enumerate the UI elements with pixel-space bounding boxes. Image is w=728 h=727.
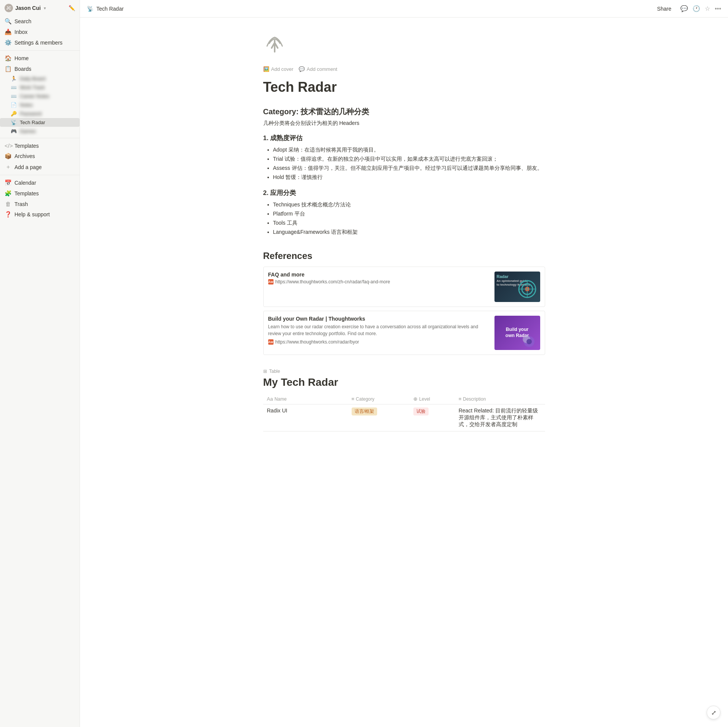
list-item: Platform 平台 xyxy=(273,209,545,219)
trash-icon: 🗑 xyxy=(5,201,11,207)
radar-icon: 📡 xyxy=(11,120,17,125)
reference-card-desc-2: Learn how to use our radar creation exer… xyxy=(268,323,490,337)
maturity-list: Adopt 采纳：在适当时候将其用于我的项目。 Trial 试验：值得追求。在新… xyxy=(263,145,545,182)
comment-small-icon: 💬 xyxy=(299,66,305,72)
reference-card-title: FAQ and more xyxy=(268,272,490,278)
topbar-breadcrumb: 📡 Tech Radar xyxy=(87,6,124,12)
reference-card-1[interactable]: FAQ and more Aw https://www.thoughtworks… xyxy=(263,267,545,307)
sidebar-sub-daily-board[interactable]: 🏃 Daily Board xyxy=(0,74,80,83)
key-icon: 🔑 xyxy=(11,111,17,117)
sidebar-item-boards[interactable]: 📋 Boards xyxy=(0,64,80,74)
topbar-page-icon: 📡 xyxy=(87,6,93,12)
gamepad-icon: 🎮 xyxy=(11,128,17,134)
user-menu[interactable]: JC Jason Cui ▾ xyxy=(5,4,46,12)
keyboard-icon: ⌨️ xyxy=(11,85,17,90)
sidebar-sub-work-track[interactable]: ⌨️ Work Track xyxy=(0,83,80,92)
image-icon: 🖼️ xyxy=(263,66,269,72)
sidebar-sub-notes[interactable]: 📄 Notes xyxy=(0,101,80,109)
cell-category: 语言/框架 xyxy=(348,404,410,431)
reference-card-2[interactable]: Build your Own Radar | Thoughtworks Lear… xyxy=(263,311,545,355)
sidebar-item-trash[interactable]: 🗑 Trash xyxy=(0,199,80,209)
main-content: 📡 Tech Radar Share 💬 🕐 ☆ ••• xyxy=(80,0,728,727)
help-icon: ❓ xyxy=(5,211,11,218)
sidebar-item-inbox[interactable]: 📥 Inbox xyxy=(0,27,80,37)
cell-name: Radix UI xyxy=(263,404,348,431)
favicon2-icon: Aw xyxy=(268,339,274,345)
history-icon[interactable]: 🕐 xyxy=(693,5,700,12)
keyboard2-icon: ⌨️ xyxy=(11,93,17,99)
sidebar-header[interactable]: JC Jason Cui ▾ ✏️ xyxy=(0,0,80,16)
plus-icon: ＋ xyxy=(5,163,11,171)
section-category-subtitle: 几种分类将会分别设计为相关的 Headers xyxy=(263,120,545,127)
reference-card-body-2: Build your Own Radar | Thoughtworks Lear… xyxy=(268,316,494,350)
sidebar-sub-password[interactable]: 🔑 Password xyxy=(0,109,80,118)
topbar-page-title: Tech Radar xyxy=(96,6,124,12)
list-item: Techniques 技术概念概念/方法论 xyxy=(273,200,545,209)
sidebar-item-templates[interactable]: 🧩 Templates xyxy=(0,188,80,199)
data-table: AaName ≡Category ⊕Level ≡Description Rad… xyxy=(263,394,545,431)
table-section: ⊞ Table My Tech Radar AaName ≡Category ⊕… xyxy=(263,369,545,431)
sidebar-item-add-page[interactable]: ＋ Add a page xyxy=(0,161,80,173)
edit-icon[interactable]: ✏️ xyxy=(69,5,75,11)
level-badge: 试验 xyxy=(413,407,429,415)
table-row: Radix UI 语言/框架 试验 React Related: 目前流行的轻量… xyxy=(263,404,545,431)
list-item: Hold 暂缓：谨慎推行 xyxy=(273,173,545,182)
user-name: Jason Cui xyxy=(15,5,41,11)
star-icon[interactable]: ☆ xyxy=(705,5,710,12)
doc-icon: 📄 xyxy=(11,102,17,108)
expand-icon: ⤢ xyxy=(711,709,716,716)
table-label: Table xyxy=(269,369,280,374)
reference-card-title-2: Build your Own Radar | Thoughtworks xyxy=(268,316,490,322)
col-header-level: ⊕Level xyxy=(410,394,454,404)
divider2 xyxy=(0,138,80,138)
home-icon: 🏠 xyxy=(5,55,11,62)
sidebar-sub-games[interactable]: 🎮 Games xyxy=(0,127,80,136)
reference-card-url: Aw https://www.thoughtworks.com/zh-cn/ra… xyxy=(268,279,490,284)
table-title: My Tech Radar xyxy=(263,376,545,388)
page-title: Tech Radar xyxy=(263,79,545,95)
section-category-heading: Category: 技术雷达的几种分类 xyxy=(263,107,545,117)
sidebar-item-help[interactable]: ❓ Help & support xyxy=(0,209,80,220)
sidebar-item-archives[interactable]: 📦 Archives xyxy=(0,151,80,161)
list-item: Language&Frameworks 语言和框架 xyxy=(273,228,545,237)
comment-icon[interactable]: 💬 xyxy=(680,5,688,12)
page-icon xyxy=(263,33,545,60)
sidebar-item-home[interactable]: 🏠 Home xyxy=(0,53,80,64)
topbar: 📡 Tech Radar Share 💬 🕐 ☆ ••• xyxy=(80,0,728,18)
sidebar-item-search[interactable]: 🔍 Search xyxy=(0,16,80,27)
sidebar-item-settings[interactable]: ⚙️ Settings & members xyxy=(0,37,80,48)
topbar-actions: Share 💬 🕐 ☆ ••• xyxy=(653,4,721,13)
reference-card-preview: Radar An opinionated guideto technology … xyxy=(494,272,540,302)
sidebar-item-templates-code[interactable]: </> Templates xyxy=(0,141,80,151)
inbox-icon: 📥 xyxy=(5,29,11,35)
list-item: Adopt 采纳：在适当时候将其用于我的项目。 xyxy=(273,145,545,155)
list-item: Assess 评估：值得学习，关注。但不能立刻应用于生产项目中。经过学习后可以通… xyxy=(273,164,545,173)
sidebar-item-calendar[interactable]: 📅 Calendar xyxy=(0,177,80,188)
sidebar-sub-tech-radar[interactable]: 📡 Tech Radar xyxy=(0,118,80,127)
code-icon: </> xyxy=(5,142,11,149)
table-header-row: ⊞ Table xyxy=(263,369,545,374)
favicon-icon: Aw xyxy=(268,279,274,284)
expand-button[interactable]: ⤢ xyxy=(707,706,720,719)
add-comment-button[interactable]: 💬 Add comment xyxy=(299,66,337,72)
divider xyxy=(0,50,80,51)
page-meta: 🖼️ Add cover 💬 Add comment xyxy=(263,66,545,72)
more-icon[interactable]: ••• xyxy=(715,5,721,12)
reference-card-body: FAQ and more Aw https://www.thoughtworks… xyxy=(268,272,494,302)
chevron-down-icon: ▾ xyxy=(44,6,46,10)
references-section: References FAQ and more Aw https://www.t… xyxy=(263,251,545,355)
reference-card-url-2: Aw https://www.thoughtworks.com/radar/by… xyxy=(268,339,490,345)
page-body: 🖼️ Add cover 💬 Add comment Tech Radar Ca… xyxy=(233,18,576,727)
sidebar-sub-career-notes[interactable]: ⌨️ Career Notes xyxy=(0,92,80,101)
add-cover-button[interactable]: 🖼️ Add cover xyxy=(263,66,294,72)
subsection-app-category: 2. 应用分类 xyxy=(263,189,545,197)
reference-card-preview-2: Build yourown Radar xyxy=(494,316,540,350)
app-category-list: Techniques 技术概念概念/方法论 Platform 平台 Tools … xyxy=(263,200,545,236)
category-badge: 语言/框架 xyxy=(352,407,377,415)
share-button[interactable]: Share xyxy=(653,4,676,13)
references-title: References xyxy=(263,251,545,261)
run-icon: 🏃 xyxy=(11,76,17,81)
col-header-category: ≡Category xyxy=(348,394,410,404)
list-item: Trial 试验：值得追求。在新的独立的小项目中可以实用，如果成本太高可以进行兜… xyxy=(273,155,545,164)
search-icon: 🔍 xyxy=(5,18,11,25)
